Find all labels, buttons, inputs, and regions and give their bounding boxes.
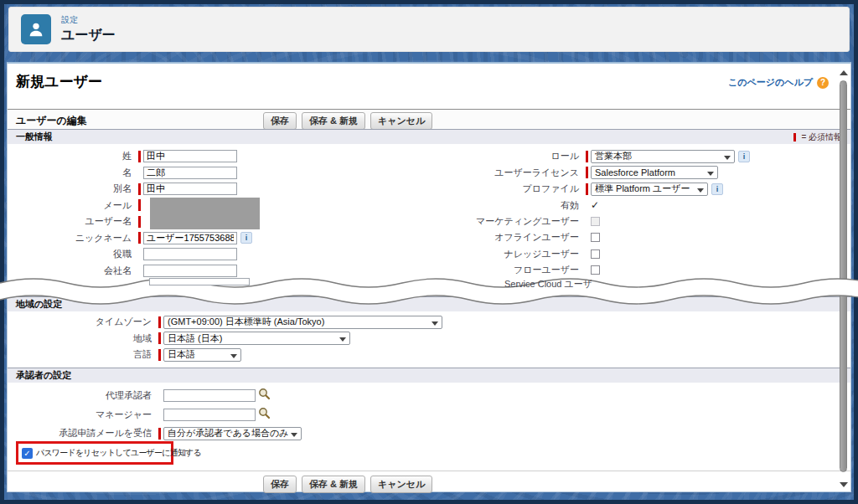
field-offline-user: オフラインユーザー (430, 229, 850, 246)
approver-fields: 代理承認者 マネージャー 承認申請メールを受信 自分が承認者である場 (8, 386, 850, 442)
field-service-cloud-user-label: Service Cloud ユーザー (504, 278, 592, 290)
field-user-license: ユーザーライセンス Salesforce Platform (430, 165, 850, 182)
field-region: 地域 日本語 (日本) (8, 331, 850, 347)
section-general-info: 一般情報 = 必須情報 (8, 129, 850, 144)
cancel-button[interactable]: キャンセル (370, 112, 432, 130)
field-language: 言語 日本語 (8, 347, 850, 363)
vertical-scrollbar[interactable] (838, 67, 849, 489)
chevron-down-icon (697, 188, 704, 193)
required-bar-icon (158, 332, 161, 344)
role-select[interactable]: 営業本部 (591, 150, 735, 163)
info-icon[interactable]: i (711, 183, 723, 195)
password-reset-checkbox[interactable]: ✓ (22, 448, 33, 459)
delegated-approver-input[interactable] (163, 389, 256, 402)
cancel-button[interactable]: キャンセル (370, 476, 432, 493)
lookup-icon[interactable] (258, 388, 271, 404)
section-general-title: 一般情報 (16, 131, 53, 143)
alias-input[interactable] (143, 183, 237, 195)
last-name-input[interactable] (143, 150, 237, 162)
password-reset-label: パスワードをリセットしてユーザーに通知する (36, 447, 201, 459)
marketing-user-checkbox[interactable] (591, 217, 600, 226)
knowledge-user-checkbox[interactable] (591, 249, 600, 259)
top-button-row: 保存 保存 & 新規 キャンセル (263, 112, 432, 130)
field-title: 役職 (8, 246, 430, 263)
field-active: 有効 ✓ (430, 198, 850, 213)
field-marketing-user: マーケティングユーザー (430, 213, 850, 230)
timezone-select[interactable]: (GMT+09:00) 日本標準時 (Asia/Tokyo) (163, 316, 442, 329)
general-left-column: 姓 名 別名 メール (8, 148, 430, 279)
section-approver-title: 承認者の設定 (16, 369, 71, 382)
required-legend: = 必須情報 (793, 131, 842, 143)
approval-email-select[interactable]: 自分が承認者である場合のみ (163, 427, 302, 440)
password-reset-annotation-box: ✓ パスワードをリセットしてユーザーに通知する (16, 441, 173, 465)
chevron-down-icon (724, 156, 731, 160)
required-bar-icon (138, 216, 141, 228)
language-select[interactable]: 日本語 (163, 348, 241, 362)
lookup-icon[interactable] (258, 407, 271, 423)
general-right-column: ロール 営業本部 i ユーザーライセンス Salesforce Platform (430, 148, 850, 279)
save-and-new-button[interactable]: 保存 & 新規 (302, 112, 365, 130)
info-icon[interactable]: i (738, 151, 750, 162)
page-title: 新規ユーザー (16, 72, 102, 91)
chevron-down-icon (339, 337, 346, 342)
general-fields-grid: 姓 名 別名 メール (8, 148, 850, 282)
help-link[interactable]: このページのヘルプ (728, 76, 813, 89)
chevron-down-icon (230, 354, 237, 358)
title-input[interactable] (143, 248, 237, 260)
active-checkmark-icon: ✓ (591, 199, 599, 211)
edit-toolbar: ユーザーの編集 保存 保存 & 新規 キャンセル (8, 109, 850, 129)
required-bar-icon (586, 151, 588, 162)
save-and-new-button[interactable]: 保存 & 新規 (302, 476, 365, 493)
manager-input[interactable] (163, 409, 256, 421)
required-bar-icon (158, 428, 161, 440)
required-bar-icon (793, 133, 796, 141)
field-profile: プロファイル 標準 Platform ユーザー i (430, 181, 850, 198)
flow-user-checkbox[interactable] (591, 265, 600, 275)
page-object-title: ユーザー (61, 27, 116, 44)
required-bar-icon (586, 167, 588, 178)
required-bar-icon (138, 232, 141, 244)
required-bar-icon (158, 349, 161, 361)
clipped-input-fragment (149, 278, 250, 285)
field-manager: マネージャー (8, 405, 850, 424)
first-name-input[interactable] (143, 167, 237, 179)
chevron-down-icon (707, 172, 714, 176)
required-bar-icon (138, 151, 141, 162)
offline-user-checkbox[interactable] (591, 233, 600, 242)
field-approval-email: 承認申請メールを受信 自分が承認者である場合のみ (8, 424, 850, 442)
field-nickname: ニックネーム i (8, 230, 430, 247)
save-button[interactable]: 保存 (263, 476, 297, 493)
help-icon[interactable]: ? (817, 77, 829, 89)
chevron-down-icon (432, 321, 438, 326)
scrollbar-thumb[interactable] (840, 80, 847, 472)
scroll-down-icon[interactable] (840, 482, 848, 487)
main-panel: 新規ユーザー このページのヘルプ ? ユーザーの編集 保存 保存 & 新規 キャ… (7, 62, 851, 492)
company-input[interactable] (143, 265, 237, 277)
info-icon[interactable]: i (240, 232, 252, 244)
chevron-down-icon (291, 433, 297, 437)
section-approver: 承認者の設定 (8, 368, 850, 383)
required-bar-icon (138, 183, 141, 195)
section-locale: 地域の設定 (8, 296, 850, 311)
user-license-select[interactable]: Salesforce Platform (591, 166, 718, 179)
scroll-up-icon[interactable] (840, 70, 848, 75)
section-locale-title: 地域の設定 (16, 298, 62, 311)
redacted-email-username (150, 198, 260, 229)
required-bar-icon (586, 183, 588, 195)
field-timezone: タイムゾーン (GMT+09:00) 日本標準時 (Asia/Tokyo) (8, 314, 850, 331)
save-button[interactable]: 保存 (263, 112, 297, 130)
setup-header: 設定 ユーザー (8, 7, 850, 52)
edit-section-title: ユーザーの編集 (16, 114, 87, 128)
profile-select[interactable]: 標準 Platform ユーザー (591, 183, 708, 196)
field-alias: 別名 (8, 181, 430, 198)
user-icon (21, 14, 51, 44)
field-delegated-approver: 代理承認者 (8, 386, 850, 405)
field-company: 会社名 (8, 263, 430, 280)
breadcrumb[interactable]: 設定 (61, 14, 116, 26)
field-role: ロール 営業本部 i (430, 148, 850, 165)
region-select[interactable]: 日本語 (日本) (163, 332, 350, 345)
locale-fields: タイムゾーン (GMT+09:00) 日本標準時 (Asia/Tokyo) 地域… (8, 314, 850, 363)
nickname-input[interactable] (143, 232, 237, 244)
window-frame: 設定 ユーザー 新規ユーザー このページのヘルプ ? ユーザーの編集 保存 保存… (0, 0, 858, 504)
bottom-button-row: 保存 保存 & 新規 キャンセル (263, 476, 432, 493)
